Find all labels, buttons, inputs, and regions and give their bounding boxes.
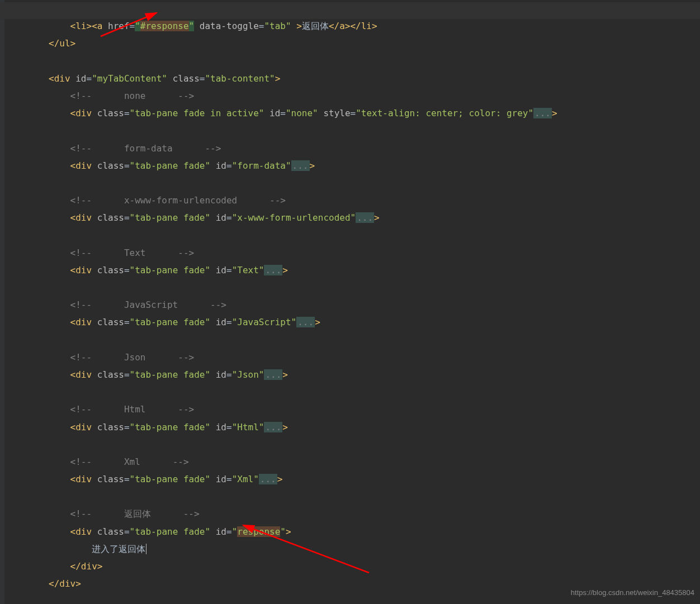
attr-href: href (108, 21, 130, 31)
outer-div-close: </div> (49, 578, 81, 589)
code-fold[interactable]: ... (264, 369, 282, 380)
code-fold[interactable]: ... (259, 474, 277, 484)
comment: <!-- (70, 91, 92, 101)
watermark-text: https://blog.csdn.net/weixin_48435804 (571, 586, 694, 600)
text-fanhuiti: 返回体 (302, 21, 329, 31)
tag-ul-close: </ul> (49, 38, 75, 49)
code-fold[interactable]: ... (356, 212, 374, 223)
text-entered-response: 进入了返回体 (92, 544, 145, 554)
attr-data-toggle: data-toggle (200, 21, 259, 31)
comment-fanhuiti: 返回体 (124, 508, 151, 519)
id-value-response: response (237, 526, 280, 537)
tag-div-close: </div> (70, 561, 103, 572)
href-value-response: #response (140, 21, 189, 31)
tag-li: <li> (70, 21, 92, 31)
code-fold[interactable]: ... (533, 108, 552, 118)
tag-div: <div (49, 73, 75, 84)
code-editor[interactable]: <li><a href="#response" data-toggle="tab… (0, 0, 700, 604)
code-fold[interactable]: ... (264, 265, 282, 275)
code-fold[interactable]: ... (264, 422, 282, 432)
code-fold[interactable]: ... (296, 317, 315, 327)
code-fold[interactable]: ... (291, 160, 310, 171)
tag-a: <a (92, 21, 108, 31)
